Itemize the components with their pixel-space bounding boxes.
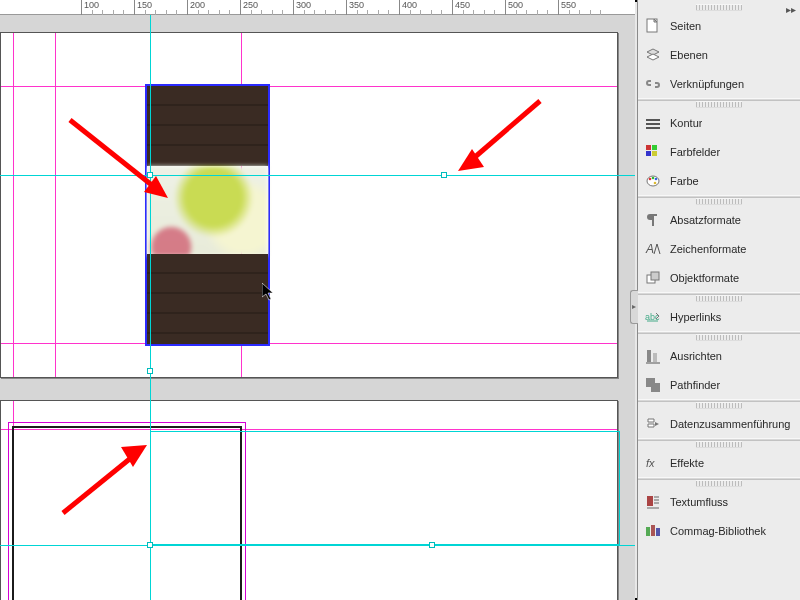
ruler-tick: 500 xyxy=(505,0,523,15)
panel-label: Ausrichten xyxy=(670,350,722,362)
links-icon xyxy=(644,75,662,93)
mouse-cursor xyxy=(262,283,276,304)
stroke-icon xyxy=(644,114,662,132)
svg-rect-9 xyxy=(646,127,660,129)
panel-label: Hyperlinks xyxy=(670,311,721,323)
annotation-arrow-1 xyxy=(60,110,190,220)
panel-label: Objektformate xyxy=(670,272,739,284)
svg-rect-29 xyxy=(646,527,650,536)
image-content-wood-bottom xyxy=(147,254,268,344)
textwrap-icon xyxy=(644,493,662,511)
ruler-tick: 200 xyxy=(187,0,205,15)
panel-swatches[interactable]: Farbfelder xyxy=(638,137,800,166)
svg-line-2 xyxy=(468,101,540,163)
panel-align[interactable]: Ausrichten xyxy=(638,341,800,370)
pathfinder-icon xyxy=(644,376,662,394)
panel-label: Textumfluss xyxy=(670,496,728,508)
panel-parastyles[interactable]: Absatzformate xyxy=(638,205,800,234)
horizontal-ruler[interactable]: 100150200250300350400450500550 xyxy=(0,0,635,15)
svg-text:A: A xyxy=(645,242,654,256)
panel-label: Datenzusammenführung xyxy=(670,418,790,430)
ruler-tick: 100 xyxy=(81,0,99,15)
layers-icon xyxy=(644,46,662,64)
dock-toggle[interactable] xyxy=(630,290,638,324)
objstyles-icon xyxy=(644,269,662,287)
svg-rect-8 xyxy=(646,123,660,125)
svg-rect-31 xyxy=(656,528,660,536)
svg-rect-28 xyxy=(647,496,653,506)
svg-rect-11 xyxy=(652,145,657,150)
panel-label: Farbe xyxy=(670,175,699,187)
svg-rect-30 xyxy=(651,525,655,536)
svg-point-16 xyxy=(652,176,655,179)
svg-rect-12 xyxy=(646,151,651,156)
panel-label: Verknüpfungen xyxy=(670,78,744,90)
svg-rect-10 xyxy=(646,145,651,150)
panel-cclib[interactable]: Commag-Bibliothek xyxy=(638,516,800,545)
pages-icon xyxy=(644,17,662,35)
panel-label: Ebenen xyxy=(670,49,708,61)
panel-label: Commag-Bibliothek xyxy=(670,525,766,537)
panel-label: Kontur xyxy=(670,117,702,129)
selection-box[interactable] xyxy=(150,431,620,545)
hyperlinks-icon: abc xyxy=(644,308,662,326)
panel-textwrap[interactable]: Textumfluss xyxy=(638,487,800,516)
collapse-panels-icon[interactable]: ▸▸ xyxy=(784,2,798,16)
datamerge-icon xyxy=(644,415,662,433)
panel-label: Pathfinder xyxy=(670,379,720,391)
panel-color[interactable]: Farbe xyxy=(638,166,800,195)
svg-text:fx: fx xyxy=(646,457,655,469)
svg-rect-13 xyxy=(652,151,657,156)
panel-stroke[interactable]: Kontur xyxy=(638,108,800,137)
ruler-tick: 350 xyxy=(346,0,364,15)
panel-charstyles[interactable]: AZeichenformate xyxy=(638,234,800,263)
panel-hyperlinks[interactable]: abcHyperlinks xyxy=(638,302,800,331)
color-icon xyxy=(644,172,662,190)
panel-pathfinder[interactable]: Pathfinder xyxy=(638,370,800,399)
panel-fx[interactable]: fxEffekte xyxy=(638,448,800,477)
ruler-tick: 550 xyxy=(558,0,576,15)
ruler-tick: 150 xyxy=(134,0,152,15)
panel-label: Zeichenformate xyxy=(670,243,746,255)
annotation-arrow-3 xyxy=(55,435,175,525)
panel-dock: ▸▸ SeitenEbenenVerknüpfungenKonturFarbfe… xyxy=(637,0,800,600)
ruler-tick: 400 xyxy=(399,0,417,15)
panel-label: Seiten xyxy=(670,20,701,32)
panel-objstyles[interactable]: Objektformate xyxy=(638,263,800,292)
fx-icon: fx xyxy=(644,454,662,472)
svg-rect-24 xyxy=(653,353,657,362)
svg-line-4 xyxy=(63,453,137,513)
ruler-tick: 250 xyxy=(240,0,258,15)
svg-rect-23 xyxy=(647,350,651,362)
parastyles-icon xyxy=(644,211,662,229)
svg-line-0 xyxy=(70,120,158,190)
panel-label: Farbfelder xyxy=(670,146,720,158)
svg-point-15 xyxy=(649,177,652,180)
panel-layers[interactable]: Ebenen xyxy=(638,40,800,69)
ruler-tick: 450 xyxy=(452,0,470,15)
panel-datamerge[interactable]: Datenzusammenführung xyxy=(638,409,800,438)
svg-rect-7 xyxy=(646,119,660,121)
svg-rect-21 xyxy=(651,272,659,280)
annotation-arrow-2 xyxy=(440,93,560,193)
svg-point-17 xyxy=(655,177,658,180)
swatches-icon xyxy=(644,143,662,161)
panel-pages[interactable]: Seiten xyxy=(638,11,800,40)
panel-label: Absatzformate xyxy=(670,214,741,226)
panel-label: Effekte xyxy=(670,457,704,469)
align-icon xyxy=(644,347,662,365)
guide-horizontal-2[interactable] xyxy=(0,545,635,546)
cclib-icon xyxy=(644,522,662,540)
svg-rect-26 xyxy=(651,383,660,392)
charstyles-icon: A xyxy=(644,240,662,258)
svg-point-18 xyxy=(654,181,657,184)
document-stage[interactable] xyxy=(0,15,635,600)
ruler-tick: 300 xyxy=(293,0,311,15)
panel-links[interactable]: Verknüpfungen xyxy=(638,69,800,98)
